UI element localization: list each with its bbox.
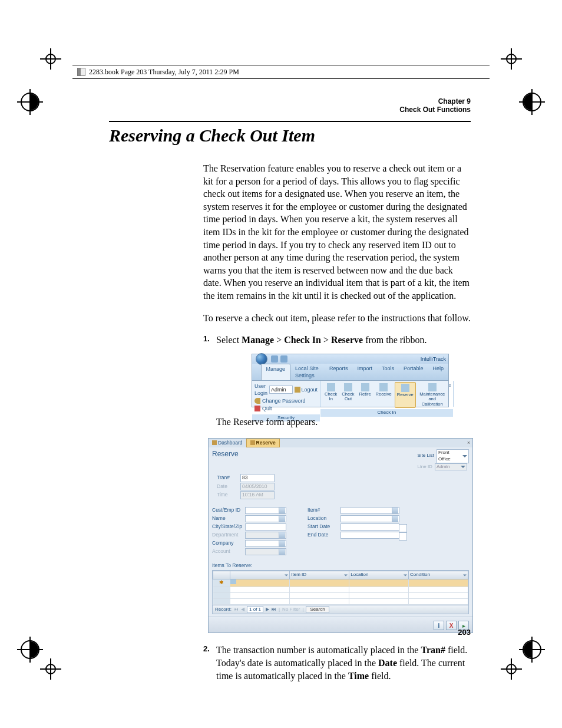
department-input: [245, 532, 286, 539]
ribbon-tab: Local Site Settings: [290, 364, 325, 380]
pager-prev-icon: ◀: [241, 607, 244, 613]
pager-first-icon: ⏮: [234, 607, 239, 613]
line-id-label: Line ID: [418, 464, 432, 470]
ribbon-tab: Portable: [399, 364, 428, 380]
time-label: Time: [217, 492, 240, 498]
pager-filter: No Filter: [282, 607, 300, 613]
field-label: End Date: [308, 532, 340, 538]
field-label: Location: [308, 515, 340, 522]
ribbon-button: Is: [449, 382, 451, 408]
ribbon-screenshot: IntelliTrack Manage Local Site Settings …: [252, 354, 449, 407]
body-paragraph: The Reserve form appears.: [216, 416, 471, 429]
quit-link: Quit: [254, 405, 318, 412]
key-icon: [254, 398, 260, 404]
field-label: Cust/Emp ID: [212, 507, 245, 513]
running-header: Chapter 9 Check Out Functions: [399, 97, 471, 114]
step-number: 1.: [203, 334, 216, 347]
company-input: [245, 540, 286, 547]
new-row-icon: ✱: [213, 579, 230, 587]
table-row: [213, 587, 468, 592]
cell-icon: [230, 579, 236, 584]
print-header-text: 2283.book Page 203 Thursday, July 7, 201…: [89, 68, 239, 77]
tran-field: 83: [240, 474, 275, 482]
check-out-icon: [344, 383, 352, 391]
receive-icon: [379, 383, 388, 391]
line-id-dropdown: Admin: [435, 463, 467, 471]
ribbon-button: Check Out: [340, 382, 356, 408]
ribbon-button: Receive: [374, 382, 394, 408]
step-item: 1. Select Manage > Check In > Reserve fr…: [203, 334, 471, 347]
site-list-dropdown: Front Office: [437, 449, 469, 463]
time-field: 10:16 AM: [240, 491, 275, 499]
field-label: Department: [212, 532, 245, 538]
close-icon: ×: [467, 440, 472, 446]
pager-last-icon: ⏭: [272, 607, 276, 613]
crop-mark-tl: [40, 48, 61, 70]
tran-label: Tran#: [217, 475, 240, 481]
check-in-icon: [327, 383, 335, 391]
ribbon-tab-manage: Manage: [261, 364, 291, 380]
step-text: The transaction number is automatically …: [216, 644, 471, 682]
location-input: [340, 515, 399, 522]
maintenance-icon: [428, 383, 437, 391]
ribbon-group-label: Check In: [320, 409, 453, 417]
cancel-button: X: [446, 621, 457, 630]
dashboard-icon: [212, 440, 217, 445]
pager-next-icon: ▶: [266, 607, 269, 613]
ribbon-tab: Tools: [377, 364, 399, 380]
items-grid: Item ID Location Condition ✱: [212, 570, 469, 605]
field-label: Name: [212, 515, 245, 522]
city-state-zip-input: [245, 523, 286, 531]
field-label: Start Date: [308, 523, 340, 530]
grid-title: Items To Reserve:: [209, 559, 472, 570]
pager-search: Search: [306, 606, 329, 614]
registration-mark-left-top: [16, 88, 44, 116]
item-input: [340, 507, 399, 514]
registration-mark-right-top: [518, 88, 546, 116]
print-header: 2283.book Page 203 Thursday, July 7, 201…: [72, 65, 490, 79]
section-heading: Reserving a Check Out Item: [109, 121, 471, 146]
user-login-row: User Login Admin Logout: [254, 383, 318, 397]
field-label: Account: [212, 548, 245, 555]
field-label: City/State/Zip: [212, 523, 245, 530]
form-title: Reserve: [212, 449, 239, 470]
ribbon-tab: Reports: [325, 364, 353, 380]
step-text: Select Manage > Check In > Reserve from …: [216, 334, 471, 347]
column-header: Item ID: [290, 571, 349, 579]
app-title: IntelliTrack: [421, 355, 446, 363]
reserve-icon: [250, 440, 255, 445]
ribbon-tab: Import: [352, 364, 377, 380]
start-date-input: [340, 523, 399, 531]
date-label: Date: [217, 483, 240, 490]
column-header: Condition: [409, 571, 468, 579]
chapter-number: Chapter 9: [399, 97, 471, 106]
qat-redo-icon: [280, 355, 287, 363]
close-icon: [254, 406, 260, 411]
name-input: [245, 515, 286, 522]
step-number: 2.: [203, 644, 216, 682]
table-row: ✱: [213, 579, 468, 587]
tab-dashboard: Dashboard: [209, 439, 246, 447]
ribbon-button: Check In: [323, 382, 339, 408]
reserve-icon: [401, 384, 409, 392]
crop-mark-tr: [501, 48, 522, 70]
registration-mark-right-bottom: [518, 636, 546, 663]
book-icon: [77, 68, 85, 76]
change-password-link: Change Password: [254, 397, 318, 404]
account-input: [245, 548, 286, 555]
table-row: [213, 598, 468, 604]
app-orb-icon: [256, 353, 267, 365]
field-label: Item#: [308, 507, 340, 513]
chapter-title: Check Out Functions: [399, 106, 471, 114]
lock-icon: [295, 387, 300, 393]
body-paragraph: The Reservation feature enables you to r…: [203, 162, 471, 302]
registration-mark-left-bottom: [16, 636, 44, 663]
ribbon-button: Maintenance and Calibration: [417, 382, 448, 408]
qat-undo-icon: [271, 355, 278, 363]
retire-icon: [361, 383, 369, 391]
column-header: Location: [349, 571, 409, 579]
date-field: 04/05/2010: [240, 483, 275, 490]
page-number: 203: [458, 628, 471, 637]
reserve-form-screenshot: Dashboard Reserve × Reserve Site ListFro…: [208, 438, 473, 634]
info-button: i: [434, 621, 444, 630]
